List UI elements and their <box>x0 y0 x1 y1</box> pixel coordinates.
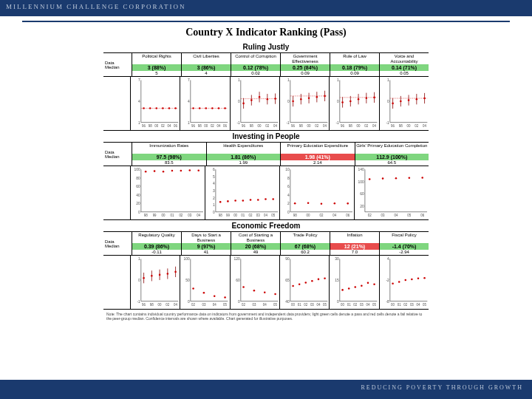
svg-text:00: 00 <box>205 124 208 128</box>
svg-text:60: 60 <box>236 279 240 282</box>
svg-text:05: 05 <box>271 214 275 217</box>
indicator-value: 97.5 (98%) <box>132 154 206 160</box>
svg-text:04: 04 <box>174 303 177 307</box>
indicator-cell: Government Effectiveness 0.25 (84%) 0.09 <box>280 53 330 76</box>
row-lead: DataMedian <box>103 143 132 166</box>
svg-text:40: 40 <box>285 300 290 304</box>
mini-chart: 01530000102030405 <box>329 256 378 309</box>
svg-text:80: 80 <box>136 177 140 180</box>
footnote: Note: The chart contains individual coun… <box>106 312 426 321</box>
svg-text:15: 15 <box>335 279 340 282</box>
svg-text:60: 60 <box>136 185 140 188</box>
svg-point-70 <box>316 96 318 98</box>
svg-point-270 <box>348 287 350 290</box>
svg-point-252 <box>292 285 294 287</box>
indicator-row: DataMedianPolitical Rights 3 (88%) 5Civi… <box>103 52 429 77</box>
indicator-median: 1.99 <box>207 160 281 166</box>
mini-chart: 406590000102030405 <box>279 256 329 309</box>
org-name: MILLENNIUM CHALLENGE CORPORATION <box>6 3 186 10</box>
svg-point-256 <box>318 279 320 281</box>
svg-text:1: 1 <box>287 78 290 82</box>
svg-point-11 <box>174 107 177 109</box>
indicator-cell: Fiscal Policy -1.4 (70%) -2.94 <box>379 232 429 255</box>
svg-text:96: 96 <box>142 124 146 128</box>
svg-point-209 <box>151 275 153 277</box>
indicator-value: 3 (86%) <box>182 64 231 71</box>
svg-text:00: 00 <box>357 124 361 128</box>
svg-text:98: 98 <box>349 124 352 128</box>
svg-text:1: 1 <box>238 78 240 82</box>
svg-text:98: 98 <box>299 124 303 128</box>
footer-tagline: REDUCING POVERTY THROUGH GROWTH <box>361 384 523 391</box>
svg-point-9 <box>162 107 164 109</box>
svg-text:5: 5 <box>213 175 215 179</box>
svg-point-273 <box>367 282 369 284</box>
svg-text:02: 02 <box>166 303 169 307</box>
svg-point-274 <box>374 283 376 285</box>
svg-text:01: 01 <box>298 303 301 307</box>
svg-text:96: 96 <box>142 303 146 307</box>
svg-text:00: 00 <box>391 303 395 307</box>
mini-chart: -8-24000102030405 <box>379 256 429 309</box>
svg-text:02: 02 <box>191 303 195 307</box>
svg-text:1: 1 <box>138 257 140 261</box>
svg-point-112 <box>415 98 417 100</box>
svg-text:98: 98 <box>399 124 403 128</box>
svg-text:0: 0 <box>238 300 240 304</box>
svg-point-153 <box>234 200 236 202</box>
page-title: Country X Indicator Ranking (Pass) <box>0 27 532 38</box>
svg-point-10 <box>168 107 171 109</box>
svg-text:6: 6 <box>213 168 215 171</box>
indicator-value: 12 (21%) <box>330 243 379 250</box>
svg-point-25 <box>199 107 201 109</box>
svg-point-227 <box>203 292 205 294</box>
svg-text:100: 100 <box>358 180 364 184</box>
svg-point-194 <box>409 177 411 180</box>
svg-text:0: 0 <box>287 211 290 214</box>
svg-text:4: 4 <box>138 100 140 103</box>
svg-text:96: 96 <box>242 124 245 128</box>
top-rule <box>22 21 510 22</box>
svg-text:04: 04 <box>217 124 221 128</box>
indicator-cell: Rule of Law 0.18 (79%) 0.09 <box>330 53 379 76</box>
svg-point-47 <box>258 96 260 98</box>
svg-text:05: 05 <box>223 303 227 307</box>
svg-text:03: 03 <box>310 303 314 307</box>
svg-text:05: 05 <box>407 214 411 217</box>
svg-text:05: 05 <box>273 303 277 307</box>
svg-text:03: 03 <box>360 303 364 307</box>
svg-text:2: 2 <box>213 197 215 200</box>
indicator-cell: Girls' Primary Education Completion 112.… <box>355 143 429 166</box>
svg-point-43 <box>242 103 245 105</box>
indicator-median: 0.09 <box>281 71 330 76</box>
svg-text:04: 04 <box>273 124 277 128</box>
svg-text:04: 04 <box>372 124 376 128</box>
indicator-name: Girls' Primary Education Completion <box>355 143 429 154</box>
indicator-name: Government Effectiveness <box>281 53 330 64</box>
svg-text:00: 00 <box>162 214 166 217</box>
svg-text:6: 6 <box>287 185 290 188</box>
svg-text:06: 06 <box>346 214 349 217</box>
indicator-median: 5 <box>132 71 181 76</box>
indicator-median: -0.11 <box>132 250 181 255</box>
svg-text:03: 03 <box>381 214 385 217</box>
svg-text:02: 02 <box>365 124 369 128</box>
indicator-name: Trade Policy <box>281 232 330 243</box>
svg-point-134 <box>197 169 200 171</box>
svg-text:50: 50 <box>186 279 191 282</box>
svg-text:04: 04 <box>316 303 320 307</box>
mini-chart: -1019698000204 <box>379 77 429 130</box>
svg-text:02: 02 <box>315 124 318 128</box>
indicator-cell: Voice and Accountability 0.14 (71%) 0.05 <box>379 53 429 76</box>
svg-text:04: 04 <box>423 124 426 128</box>
row-lead: DataMedian <box>103 232 132 255</box>
indicator-cell: Trade Policy 67 (68%) 60.2 <box>280 232 330 255</box>
svg-point-289 <box>411 279 413 281</box>
svg-text:98: 98 <box>293 214 297 217</box>
indicator-cell: Civil Liberties 3 (86%) 4 <box>181 53 231 76</box>
svg-point-131 <box>171 170 174 172</box>
svg-text:-2: -2 <box>386 279 389 282</box>
svg-text:03: 03 <box>256 214 260 217</box>
svg-text:3: 3 <box>213 189 215 193</box>
svg-text:20: 20 <box>360 205 364 208</box>
